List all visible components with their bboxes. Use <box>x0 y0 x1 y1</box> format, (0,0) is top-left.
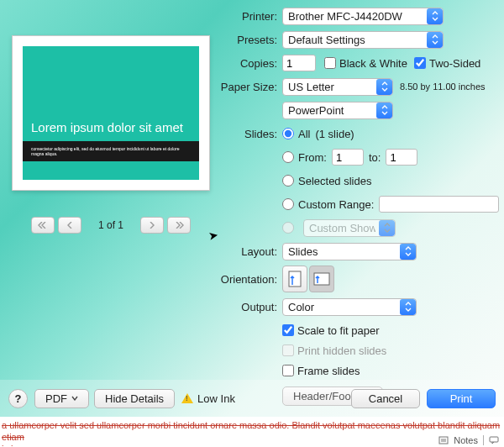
notes-label[interactable]: Notes <box>454 435 478 445</box>
slides-from-label: From: <box>298 151 327 164</box>
portrait-page-icon <box>287 270 302 288</box>
dropdown-arrows-icon <box>400 244 416 260</box>
printer-label: Printer: <box>220 10 277 23</box>
mouse-cursor-icon: ➤ <box>207 228 220 243</box>
black-white-label: Black & White <box>339 57 407 70</box>
black-white-checkbox-input[interactable] <box>324 57 336 69</box>
output-select[interactable]: Color <box>282 298 417 316</box>
slides-label: Slides: <box>220 128 277 140</box>
slides-all-radio-input[interactable] <box>282 128 294 139</box>
two-sided-checkbox-input[interactable] <box>414 57 426 69</box>
custom-range-radio[interactable]: Custom Range: <box>282 198 374 211</box>
printer-value: Brother MFC-J4420DW <box>288 10 423 23</box>
custom-shows-select: Custom Shows <box>303 219 396 237</box>
custom-range-radio-input[interactable] <box>282 198 294 210</box>
presets-value: Default Settings <box>288 34 423 46</box>
dropdown-arrows-icon <box>400 299 416 315</box>
print-dialog: Lorem ipsum dolor sit amet consectetur a… <box>0 0 504 417</box>
layout-value: Slides <box>288 245 396 258</box>
slides-all-radio[interactable]: All (1 slide) <box>282 128 354 140</box>
slides-from-radio-input[interactable] <box>282 151 294 163</box>
next-page-button[interactable] <box>140 217 164 234</box>
selected-slides-label: Selected slides <box>298 175 371 187</box>
status-bar: Notes <box>438 435 499 445</box>
landscape-page-icon <box>312 271 331 287</box>
slide-subtitle: consectetur adipiscing elit, sed do eius… <box>23 141 199 161</box>
hidden-slides-checkbox: Print hidden slides <box>282 344 386 357</box>
dropdown-arrows-icon <box>376 79 392 95</box>
slide-title: Lorem ipsum dolor sit amet <box>31 120 191 134</box>
presets-label: Presets: <box>220 34 277 46</box>
slides-all-label: All <box>298 128 310 140</box>
custom-shows-value: Custom Shows <box>309 222 375 234</box>
orientation-label: Orientation: <box>220 273 277 286</box>
page-indicator: 1 of 1 <box>98 219 123 231</box>
custom-range-input[interactable] <box>379 196 499 213</box>
printer-select[interactable]: Brother MFC-J4420DW <box>282 8 444 25</box>
chevron-down-icon <box>71 396 78 401</box>
papersize-select[interactable]: US Letter <box>282 78 393 96</box>
prev-page-button[interactable] <box>58 217 81 234</box>
hidden-slides-label: Print hidden slides <box>297 344 386 357</box>
custom-shows-radio <box>282 222 298 234</box>
black-white-checkbox[interactable]: Black & White <box>324 57 407 70</box>
dropdown-arrows-icon <box>379 220 395 236</box>
cancel-button[interactable]: Cancel <box>351 389 420 408</box>
custom-shows-radio-input <box>282 222 294 234</box>
help-button[interactable]: ? <box>8 389 28 408</box>
app-options-value: PowerPoint <box>288 104 373 117</box>
svg-rect-0 <box>289 271 301 287</box>
papersize-dimensions: 8.50 by 11.00 inches <box>400 82 486 92</box>
slides-from-radio[interactable]: From: <box>282 151 327 164</box>
papersize-value: US Letter <box>288 81 373 93</box>
first-page-button[interactable] <box>31 217 55 234</box>
pdf-button[interactable]: PDF <box>34 389 89 408</box>
scale-checkbox[interactable]: Scale to fit paper <box>282 324 380 337</box>
print-preview: Lorem ipsum dolor sit amet consectetur a… <box>12 35 210 191</box>
status-divider <box>483 435 484 445</box>
comments-icon <box>489 436 499 444</box>
print-controls: Printer: Brother MFC-J4420DW Presets: De… <box>220 7 499 411</box>
frame-slides-label: Frame slides <box>297 365 360 377</box>
dialog-bottom-bar: ? PDF Hide Details Low Ink Cancel Print <box>0 380 504 417</box>
copies-input[interactable] <box>282 55 316 71</box>
slides-all-count: (1 slide) <box>315 128 354 140</box>
presets-select[interactable]: Default Settings <box>282 31 444 49</box>
dropdown-arrows-icon <box>376 103 392 118</box>
dropdown-arrows-icon <box>427 32 443 48</box>
notes-icon <box>438 436 449 444</box>
low-ink-label: Low Ink <box>197 392 235 405</box>
doc-line2: is in massa. <box>2 444 50 447</box>
selected-slides-radio-input[interactable] <box>282 175 294 187</box>
warning-icon <box>181 393 193 403</box>
custom-range-label: Custom Range: <box>298 198 374 211</box>
svg-rect-5 <box>490 437 498 442</box>
layout-select[interactable]: Slides <box>282 243 417 260</box>
papersize-label: Paper Size: <box>220 81 277 93</box>
two-sided-label: Two-Sided <box>429 57 480 70</box>
svg-rect-2 <box>439 437 448 444</box>
pdf-button-label: PDF <box>45 392 67 405</box>
slide-thumbnail: Lorem ipsum dolor sit amet consectetur a… <box>23 46 199 180</box>
to-label: to: <box>369 151 381 164</box>
slide-footer <box>23 161 199 180</box>
from-input[interactable] <box>332 149 364 166</box>
orientation-landscape-button[interactable] <box>309 266 334 292</box>
app-options-select[interactable]: PowerPoint <box>282 102 393 119</box>
last-page-button[interactable] <box>167 217 191 234</box>
scale-checkbox-input[interactable] <box>282 324 294 336</box>
orientation-portrait-button[interactable] <box>282 266 307 292</box>
dropdown-arrows-icon <box>427 8 443 24</box>
print-button[interactable]: Print <box>427 389 496 408</box>
selected-slides-radio[interactable]: Selected slides <box>282 175 371 187</box>
to-input[interactable] <box>386 149 417 166</box>
preview-nav: 1 of 1 <box>12 217 210 234</box>
hide-details-button[interactable]: Hide Details <box>94 389 175 408</box>
output-value: Color <box>288 301 396 313</box>
frame-slides-checkbox[interactable]: Frame slides <box>282 365 360 377</box>
two-sided-checkbox[interactable]: Two-Sided <box>414 57 480 70</box>
doc-line1: a ullamcorper velit sed ullamcorper morb… <box>2 420 500 442</box>
output-label: Output: <box>220 301 277 313</box>
hidden-slides-checkbox-input <box>282 344 294 356</box>
frame-slides-checkbox-input[interactable] <box>282 365 294 376</box>
